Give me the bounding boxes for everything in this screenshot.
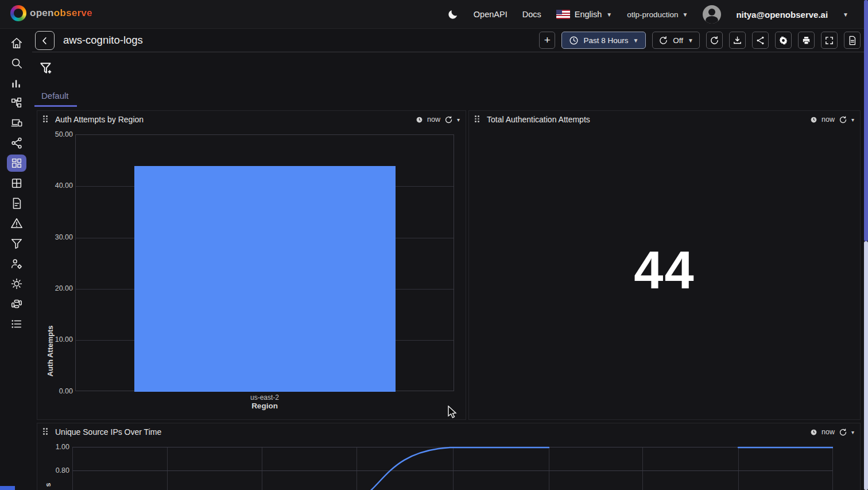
tab-default[interactable]: Default — [34, 88, 77, 107]
slack-icon — [10, 298, 23, 310]
us-flag-icon — [556, 10, 570, 19]
sidebar-item-home[interactable] — [7, 34, 26, 52]
sidebar-item-reports[interactable] — [7, 195, 26, 212]
sidebar-item-settings[interactable] — [7, 275, 26, 292]
user-gear-icon — [10, 257, 23, 270]
dark-mode-moon-icon[interactable] — [447, 9, 459, 20]
drag-handle-icon[interactable] — [43, 115, 48, 124]
chevron-down-icon: ▼ — [688, 37, 693, 44]
print-button[interactable] — [798, 32, 815, 49]
sidebar-item-filters[interactable] — [7, 235, 26, 252]
panel-time-label: now — [427, 115, 440, 124]
panel-menu-chevron-icon[interactable]: ▾ — [457, 117, 460, 123]
add-panel-button[interactable]: + — [539, 32, 555, 49]
panel-refresh-icon[interactable] — [839, 428, 847, 437]
chevron-down-icon: ▼ — [633, 37, 638, 44]
scrollbar-thumb-accent[interactable] — [864, 0, 868, 241]
dashboard-grid-icon — [10, 157, 23, 169]
openobserve-dashboard-page: openobserve OpenAPI Docs English ▼ otlp-… — [0, 0, 868, 490]
nav-link-openapi[interactable]: OpenAPI — [474, 10, 507, 19]
back-button[interactable] — [35, 31, 55, 50]
funnel-icon — [10, 237, 23, 250]
sidebar-item-menu[interactable] — [7, 315, 26, 333]
user-menu-chevron-icon[interactable]: ▼ — [843, 11, 848, 18]
sidebar-item-dashboards[interactable] — [7, 155, 26, 172]
time-range-label: Past 8 Hours — [583, 36, 628, 45]
chevron-down-icon: ▼ — [683, 11, 688, 18]
language-label: English — [575, 10, 602, 19]
line-plot-area — [72, 423, 833, 490]
x-tick: us-east-2 — [75, 393, 454, 402]
y-tick: 30.00 — [38, 233, 73, 241]
alert-triangle-icon — [10, 217, 23, 230]
sidebar-item-slack[interactable] — [7, 295, 26, 312]
bar-plot-area — [75, 134, 454, 391]
bar-chart-icon — [10, 76, 23, 89]
nav-link-docs[interactable]: Docs — [522, 10, 541, 19]
panel-menu-chevron-icon[interactable]: ▾ — [851, 117, 854, 123]
auto-refresh-label: Off — [673, 36, 683, 45]
panel-title: Total Authentication Attempts — [487, 115, 590, 124]
dashboard-header: aws-cognito-logs + Past 8 Hours ▼ Off ▼ — [32, 29, 868, 52]
add-filter-button[interactable] — [39, 61, 54, 78]
sidebar-item-metrics[interactable] — [7, 74, 26, 91]
y-tick: 0.00 — [38, 387, 73, 395]
fullscreen-button[interactable] — [821, 32, 838, 49]
metric-value: 44 — [469, 240, 860, 300]
auto-refresh-button[interactable]: Off ▼ — [652, 32, 700, 49]
language-selector[interactable]: English ▼ — [556, 10, 612, 19]
sidebar-item-traces[interactable] — [7, 94, 26, 111]
y-tick: 20.00 — [38, 284, 73, 292]
time-range-button[interactable]: Past 8 Hours ▼ — [561, 32, 646, 49]
line-y-axis-label-fragment: s — [44, 483, 52, 487]
bar-y-axis-label: Auth Attempts — [46, 325, 55, 376]
share-nodes-icon — [10, 137, 23, 149]
y-tick: 0.80 — [35, 466, 69, 474]
sidebar-item-alerts[interactable] — [7, 215, 26, 232]
avatar[interactable] — [703, 5, 721, 24]
drag-handle-icon[interactable] — [475, 115, 480, 124]
brand-observe-text: observe — [54, 7, 92, 18]
y-tick: 1.00 — [35, 443, 69, 451]
y-tick: 50.00 — [38, 130, 73, 138]
page-title: aws-cognito-logs — [63, 34, 143, 47]
report-button[interactable] — [844, 32, 861, 49]
org-selector[interactable]: otlp-production ▼ — [627, 10, 688, 19]
top-navbar: openobserve OpenAPI Docs English ▼ otlp-… — [0, 0, 868, 29]
drag-handle-icon[interactable] — [43, 428, 48, 436]
devices-icon — [10, 117, 23, 129]
panel-refresh-icon[interactable] — [839, 115, 847, 124]
refresh-button[interactable] — [706, 32, 723, 49]
clock-icon — [569, 36, 579, 45]
refresh-clock-icon — [658, 36, 668, 45]
gear-question-icon — [10, 277, 23, 290]
sidebar-item-streams[interactable] — [7, 175, 26, 192]
panel-unique-source-ips-over-time: Unique Source IPs Over Time now ▾ 1.00 0… — [37, 423, 861, 490]
panel-refresh-icon[interactable] — [444, 115, 453, 124]
panel-total-authentication-attempts: Total Authentication Attempts now ▾ 44 — [468, 110, 861, 420]
sidebar-item-iam[interactable] — [7, 255, 26, 272]
tab-bar: Default — [34, 88, 77, 107]
chevron-down-icon: ▼ — [606, 11, 612, 18]
bar-us-east-2[interactable] — [134, 166, 396, 392]
y-tick: 40.00 — [38, 182, 73, 190]
org-label: otlp-production — [627, 10, 678, 19]
y-tick: 10.00 — [38, 335, 73, 344]
sidebar-item-rum[interactable] — [7, 114, 26, 132]
panel-auth-attempts-by-region: Auth Attempts by Region now ▾ Auth Attem… — [37, 110, 466, 420]
share-button[interactable] — [752, 32, 769, 49]
search-icon — [10, 57, 23, 70]
user-email: nitya@openobserve.ai — [736, 10, 828, 20]
sidebar-item-search[interactable] — [7, 55, 26, 72]
settings-button[interactable] — [775, 32, 792, 49]
scrollbar-thumb[interactable] — [864, 241, 868, 490]
export-button[interactable] — [729, 32, 746, 49]
openobserve-logo[interactable]: openobserve — [10, 5, 92, 21]
clock-icon — [810, 116, 817, 124]
panel-menu-chevron-icon[interactable]: ▾ — [851, 429, 854, 435]
bar-x-axis-label: Region — [75, 402, 454, 410]
home-icon — [10, 37, 23, 49]
line-series — [72, 423, 833, 490]
clock-icon — [416, 116, 423, 124]
sidebar-item-pipelines[interactable] — [7, 134, 26, 152]
